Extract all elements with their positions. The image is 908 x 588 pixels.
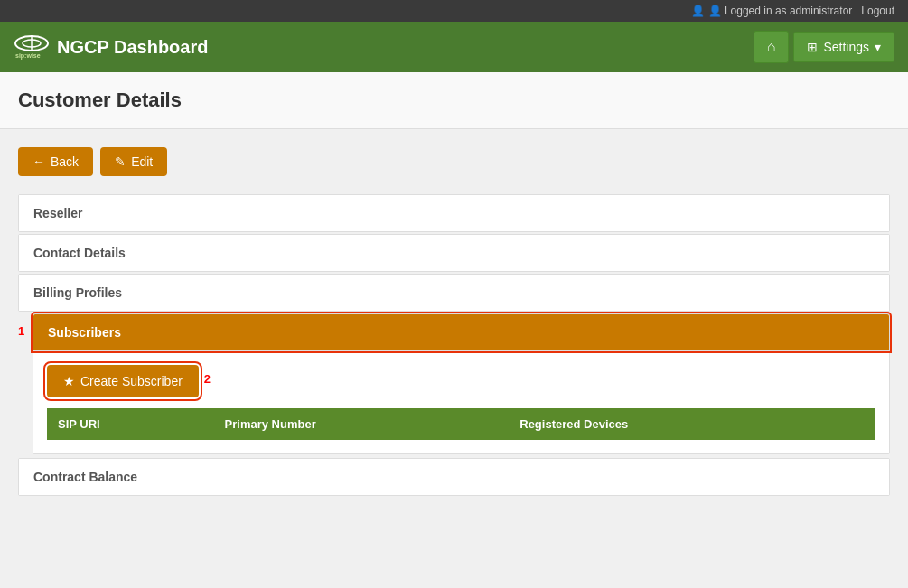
panel-billing-profiles: Billing Profiles [18,274,890,312]
back-label: Back [51,154,79,169]
edit-label: Edit [131,154,153,169]
panel-contact-details: Contact Details [18,234,890,272]
annotation-1: 1 [18,324,29,338]
settings-label: Settings [823,40,869,54]
accordion: Reseller Contact Details Billing Profile… [18,194,890,496]
chevron-down-icon: ▾ [875,40,881,54]
back-button[interactable]: ← Back [18,147,93,176]
logout-link[interactable]: Logout [861,5,894,17]
table-header-row: SIP URI Primary Number Registered Device… [47,408,875,440]
main-content: ← Back ✎ Edit Reseller Contact Details B… [0,129,908,588]
create-subscriber-label: Create Subscriber [80,374,183,388]
home-icon: ⌂ [767,39,776,54]
panel-header-subscribers[interactable]: Subscribers [33,314,889,350]
edit-button[interactable]: ✎ Edit [100,147,167,176]
home-button[interactable]: ⌂ [754,31,790,63]
col-primary-number: Primary Number [214,408,510,440]
panel-header-reseller[interactable]: Reseller [19,195,889,231]
header: sip:wise NGCP Dashboard ⌂ ⊞ Settings ▾ [0,22,908,72]
grid-icon: ⊞ [807,40,818,54]
panel-body-subscribers: ★ Create Subscriber 2 SIP URI Primary Nu… [33,350,889,453]
panel-contract-balance: Contract Balance [18,458,890,496]
logged-in-text: 👤 Logged in as administrator [691,5,852,17]
brand: sip:wise NGCP Dashboard [14,34,208,60]
panel-header-contact-details[interactable]: Contact Details [19,235,889,271]
col-registered-devices: Registered Devices [509,408,848,440]
star-icon: ★ [63,374,75,388]
edit-icon: ✎ [115,154,126,169]
svg-text:sip:wise: sip:wise [15,52,41,60]
panel-reseller: Reseller [18,194,890,232]
settings-button[interactable]: ⊞ Settings ▾ [793,32,894,62]
sipwise-logo-icon: sip:wise [14,34,50,60]
action-buttons: ← Back ✎ Edit [18,147,890,176]
panel-header-billing-profiles[interactable]: Billing Profiles [19,275,889,311]
nav-buttons: ⌂ ⊞ Settings ▾ [754,31,894,63]
create-subscriber-button[interactable]: ★ Create Subscriber [47,365,199,397]
col-sip-uri: SIP URI [47,408,214,440]
panel-subscribers: Subscribers ★ Create Subscriber 2 [33,313,890,454]
back-arrow-icon: ← [33,154,45,169]
col-actions [848,408,875,440]
top-bar: 👤 Logged in as administrator Logout [0,0,908,22]
page-title-bar: Customer Details [0,72,908,129]
subscribers-table: SIP URI Primary Number Registered Device… [47,408,875,440]
brand-logo: sip:wise [14,34,50,60]
brand-name: NGCP Dashboard [57,37,208,58]
page-title: Customer Details [18,89,890,112]
annotation-2: 2 [204,372,215,386]
panel-header-contract-balance[interactable]: Contract Balance [19,459,889,495]
